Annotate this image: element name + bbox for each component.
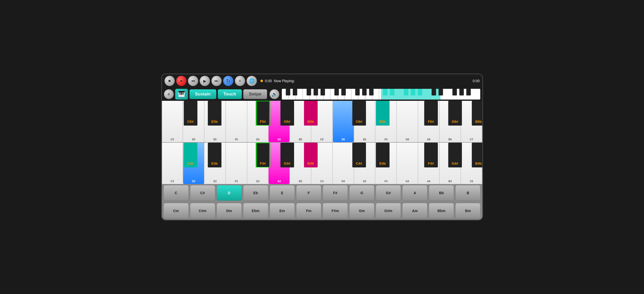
svg-rect-32 <box>438 89 443 95</box>
E3-key[interactable]: E3 <box>204 143 226 184</box>
svg-rect-34 <box>459 89 464 95</box>
F5-key[interactable]: F5 <box>226 101 247 142</box>
top-bar: ■ ● ⏮ ▶ ⏭ ↻ ≡ 🌐 0:00 Now Playing: 0:00 <box>162 74 482 88</box>
svg-rect-18 <box>307 89 311 95</box>
lower-piano-row: C3 D3 E3 F3 G3 A3 B3 C4 D4 E4 F4 G4 A4 B… <box>162 143 482 184</box>
svg-rect-28 <box>404 89 408 95</box>
svg-rect-27 <box>390 89 394 95</box>
control-bar: ≡ 🎹 Sustain Touch Swipe 🔈 <box>162 88 482 101</box>
sustain-button[interactable]: Sustain <box>190 89 216 99</box>
upper-keys-container: C5 D5 E5 F5 G5 A5 B5 C6 D6 E6 F6 G6 A6 B… <box>162 101 482 142</box>
chord-C-button[interactable]: C <box>163 185 189 201</box>
stop-button[interactable]: ■ <box>165 76 175 86</box>
chord-G#-button[interactable]: G# <box>376 185 401 201</box>
D3-key[interactable]: D3 <box>183 143 204 184</box>
E6-key[interactable]: E6 <box>354 101 375 142</box>
time-right: 0:00 <box>473 79 479 83</box>
svg-rect-33 <box>452 89 457 95</box>
chord-F#-button[interactable]: F# <box>323 185 348 201</box>
B5-key[interactable]: B5 <box>290 101 311 142</box>
C6-key[interactable]: C6 <box>311 101 333 142</box>
minor-chord-row: CmC#mDmEbmEmFmF#mGmG#mAmBbmBm <box>162 202 482 220</box>
B4-key[interactable]: B4 <box>439 143 461 184</box>
C3-key[interactable]: C3 <box>162 143 183 184</box>
chord-Ebm-button[interactable]: Ebm <box>243 203 268 219</box>
A5-key[interactable]: A5 <box>268 101 290 142</box>
svg-rect-30 <box>418 89 422 95</box>
rewind-button[interactable]: ⏮ <box>188 76 198 86</box>
svg-rect-31 <box>432 89 436 95</box>
now-playing-area: 0:00 Now Playing: <box>260 79 471 83</box>
D6-key[interactable]: D6 <box>333 101 354 142</box>
piano-icon[interactable]: 🎹 <box>175 89 188 100</box>
chord-Cm-button[interactable]: Cm <box>163 203 189 219</box>
svg-rect-23 <box>355 89 360 95</box>
svg-rect-22 <box>341 89 346 95</box>
touch-button[interactable]: Touch <box>218 89 242 99</box>
chord-Em-button[interactable]: Em <box>270 203 295 219</box>
F4-key[interactable]: F4 <box>375 143 397 184</box>
globe-button[interactable]: 🌐 <box>247 76 257 86</box>
E4-key[interactable]: E4 <box>354 143 375 184</box>
C5-key[interactable]: C5 <box>162 101 183 142</box>
chord-C#-button[interactable]: C# <box>190 185 215 201</box>
G4-key[interactable]: G4 <box>397 143 418 184</box>
svg-rect-20 <box>320 89 325 95</box>
A4-key[interactable]: A4 <box>418 143 439 184</box>
play-button[interactable]: ▶ <box>200 76 210 86</box>
chord-Bb-button[interactable]: Bb <box>429 185 454 201</box>
lower-keys-container: C3 D3 E3 F3 G3 A3 B3 C4 D4 E4 F4 G4 A4 B… <box>162 143 482 184</box>
chord-B-button[interactable]: B <box>455 185 481 201</box>
record-button[interactable]: ● <box>176 76 186 86</box>
chord-A-button[interactable]: A <box>402 185 427 201</box>
volume-button[interactable]: 🔈 <box>270 89 279 99</box>
D4-key[interactable]: D4 <box>333 143 354 184</box>
chord-Dm-button[interactable]: Dm <box>217 203 242 219</box>
E5-key[interactable]: E5 <box>204 101 226 142</box>
swipe-button[interactable]: Swipe <box>243 89 267 99</box>
svg-rect-29 <box>411 89 415 95</box>
B3-key[interactable]: B3 <box>290 143 311 184</box>
G5-key[interactable]: G5 <box>247 101 269 142</box>
A3-key[interactable]: A3 <box>268 143 290 184</box>
chord-area: CC#DEbEFF#GG#ABbB CmC#mDmEbmEmFmF#mGmG#m… <box>162 184 482 220</box>
chord-Am-button[interactable]: Am <box>402 203 427 219</box>
time-left: 0:00 <box>265 79 272 83</box>
skip-forward-button[interactable]: ⏭ <box>211 76 222 86</box>
C5-key2[interactable]: C5 <box>461 143 482 184</box>
F3-key[interactable]: F3 <box>226 143 247 184</box>
chord-Bm-button[interactable]: Bm <box>455 203 481 219</box>
svg-rect-16 <box>286 89 290 95</box>
chord-C#m-button[interactable]: C#m <box>190 203 215 219</box>
svg-rect-21 <box>334 89 339 95</box>
chord-Bbm-button[interactable]: Bbm <box>429 203 454 219</box>
piano-section: C5 D5 E5 F5 G5 A5 B5 C6 D6 E6 F6 G6 A6 B… <box>162 101 482 184</box>
chord-G#m-button[interactable]: G#m <box>376 203 401 219</box>
svg-rect-25 <box>369 89 373 95</box>
D5-key[interactable]: D5 <box>183 101 204 142</box>
svg-rect-17 <box>293 89 297 95</box>
svg-rect-24 <box>362 89 367 95</box>
G3-key[interactable]: G3 <box>247 143 269 184</box>
menu-transport-button[interactable]: ≡ <box>235 76 245 86</box>
chord-Fm-button[interactable]: Fm <box>296 203 321 219</box>
B6-key[interactable]: B6 <box>439 101 461 142</box>
chord-Eb-button[interactable]: Eb <box>243 185 268 201</box>
chord-F-button[interactable]: F <box>296 185 321 201</box>
C7-key[interactable]: C7 <box>461 101 482 142</box>
chord-D-button[interactable]: D <box>217 185 242 201</box>
svg-rect-35 <box>466 89 471 95</box>
chord-F#m-button[interactable]: F#m <box>323 203 348 219</box>
chord-E-button[interactable]: E <box>270 185 295 201</box>
G6-key[interactable]: G6 <box>397 101 418 142</box>
sync-button[interactable]: ↻ <box>223 76 233 86</box>
chord-Gm-button[interactable]: Gm <box>349 203 374 219</box>
C4-key[interactable]: C4 <box>311 143 333 184</box>
A6-key[interactable]: A6 <box>418 101 439 142</box>
F6-key[interactable]: F6 <box>375 101 397 142</box>
chord-G-button[interactable]: G <box>349 185 374 201</box>
upper-piano-row: C5 D5 E5 F5 G5 A5 B5 C6 D6 E6 F6 G6 A6 B… <box>162 101 482 143</box>
major-chord-row: CC#DEbEFF#GG#ABbB <box>162 184 482 202</box>
menu-button[interactable]: ≡ <box>164 89 174 99</box>
svg-rect-19 <box>313 89 318 95</box>
